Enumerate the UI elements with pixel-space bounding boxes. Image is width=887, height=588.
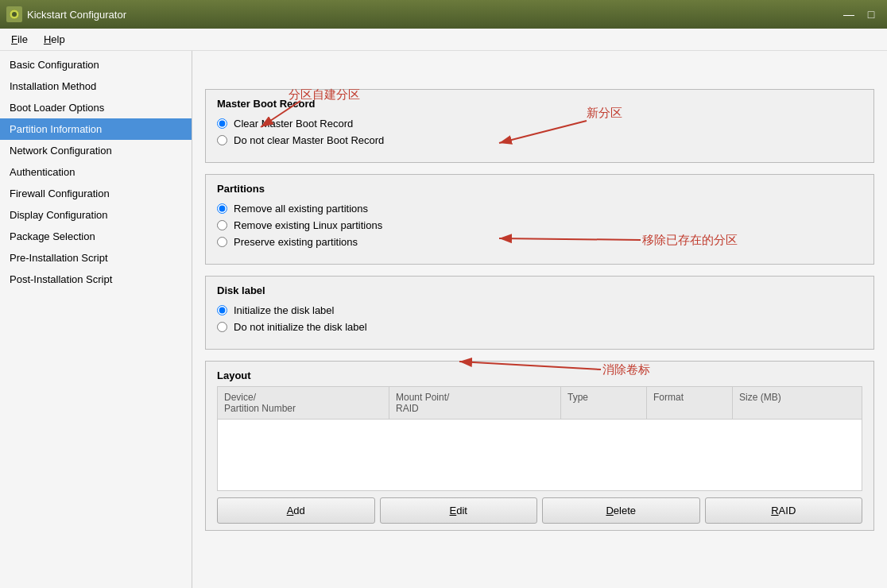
sidebar-item-display-configuration[interactable]: Display Configuration [0, 204, 192, 226]
mbr-noclear-row: Do not clear Master Boot Record [217, 134, 862, 146]
sidebar-item-pre-installation-script[interactable]: Pre-Installation Script [0, 247, 192, 269]
sidebar-item-firewall-configuration[interactable]: Firewall Configuration [0, 183, 192, 204]
partitions-remove-all-radio[interactable] [217, 203, 227, 214]
sidebar-item-package-selection[interactable]: Package Selection [0, 226, 192, 247]
titlebar: Kickstart Configurator — □ [0, 0, 887, 29]
content-area: 分区自建分区 新分区 移除已存在的分区 消除卷标 [192, 51, 887, 588]
disk-noinit-label[interactable]: Do not initialize the disk label [234, 321, 367, 333]
partitions-remove-linux-label[interactable]: Remove existing Linux partitions [234, 219, 382, 231]
delete-button[interactable]: Delete [542, 497, 700, 524]
disk-init-radio[interactable] [217, 305, 227, 315]
mbr-clear-radio[interactable] [217, 118, 227, 129]
sidebar-item-basic-config[interactable]: Basic Configuration [0, 54, 192, 75]
col-format: Format [647, 387, 733, 419]
col-type: Type [561, 387, 647, 419]
add-button[interactable]: Add [217, 497, 375, 524]
window-title: Kickstart Configurator [27, 9, 839, 21]
svg-point-1 [12, 12, 17, 17]
layout-table-body [217, 420, 862, 491]
raid-button[interactable]: RAID [705, 497, 863, 524]
menu-file[interactable]: File [3, 30, 36, 48]
partitions-remove-linux-radio[interactable] [217, 220, 227, 230]
sidebar-item-post-installation-script[interactable]: Post-Installation Script [0, 269, 192, 290]
layout-button-row: Add Edit Delete RAID [206, 491, 873, 530]
col-device: Device/Partition Number [218, 387, 389, 419]
partitions-remove-all-row: Remove all existing partitions [217, 203, 862, 215]
sidebar-item-partition-information[interactable]: Partition Information [0, 118, 192, 140]
col-mount: Mount Point/RAID [389, 387, 561, 419]
master-boot-record-section: Master Boot Record Clear Master Boot Rec… [205, 89, 874, 163]
menubar: File Help [0, 29, 887, 51]
mbr-clear-label[interactable]: Clear Master Boot Record [234, 118, 353, 130]
maximize-button[interactable]: □ [862, 5, 881, 24]
window-controls: — □ [839, 5, 881, 24]
disk-label-title: Disk label [217, 284, 862, 296]
layout-table-header: Device/Partition Number Mount Point/RAID… [217, 386, 862, 420]
disk-label-section: Disk label Initialize the disk label Do … [205, 276, 874, 350]
sidebar-item-boot-loader-options[interactable]: Boot Loader Options [0, 97, 192, 118]
partitions-remove-all-label[interactable]: Remove all existing partitions [234, 203, 368, 215]
sidebar: Basic Configuration Installation Method … [0, 51, 192, 588]
sidebar-item-network-configuration[interactable]: Network Configuration [0, 140, 192, 161]
partitions-preserve-row: Preserve existing partitions [217, 236, 862, 248]
mbr-noclear-label[interactable]: Do not clear Master Boot Record [234, 134, 384, 146]
partitions-section: Partitions Remove all existing partition… [205, 174, 874, 265]
layout-title: Layout [206, 362, 873, 386]
app-icon [6, 6, 22, 22]
disk-init-label[interactable]: Initialize the disk label [234, 304, 334, 316]
mbr-noclear-radio[interactable] [217, 135, 227, 145]
partitions-title: Partitions [217, 183, 862, 195]
menu-help[interactable]: Help [36, 30, 73, 48]
layout-section: Layout Device/Partition Number Mount Poi… [205, 361, 874, 531]
partitions-remove-linux-row: Remove existing Linux partitions [217, 219, 862, 231]
sidebar-item-installation-method[interactable]: Installation Method [0, 75, 192, 97]
sidebar-item-authentication[interactable]: Authentication [0, 161, 192, 183]
main-container: Basic Configuration Installation Method … [0, 51, 887, 588]
mbr-title: Master Boot Record [217, 98, 862, 110]
disk-noinit-radio[interactable] [217, 322, 227, 332]
partitions-preserve-label[interactable]: Preserve existing partitions [234, 236, 358, 248]
edit-button[interactable]: Edit [380, 497, 538, 524]
disk-noinit-row: Do not initialize the disk label [217, 321, 862, 333]
minimize-button[interactable]: — [839, 5, 858, 24]
mbr-clear-row: Clear Master Boot Record [217, 118, 862, 130]
col-size: Size (MB) [733, 387, 862, 419]
disk-init-row: Initialize the disk label [217, 304, 862, 316]
partitions-preserve-radio[interactable] [217, 237, 227, 247]
